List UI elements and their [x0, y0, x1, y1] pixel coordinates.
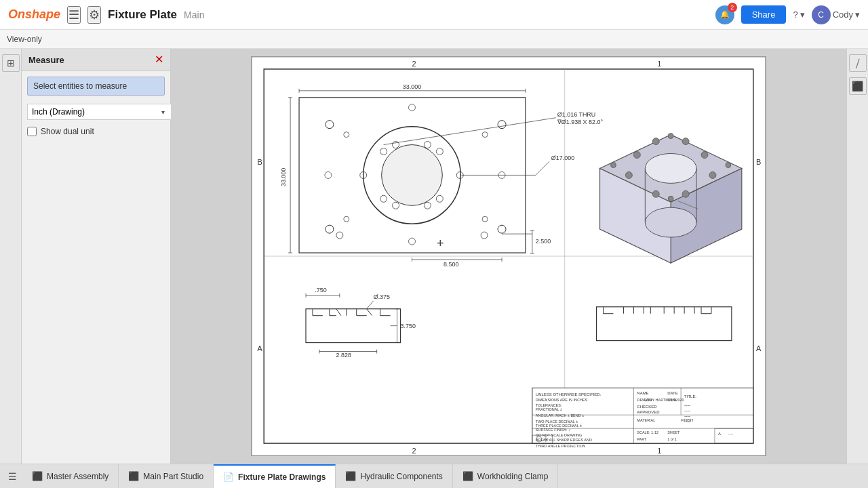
- tab-fixture-plate-drawings-icon: 📄: [223, 472, 234, 482]
- measure-panel: Measure ✕ Select entities to measure Inc…: [22, 49, 171, 464]
- svg-text:SURFACE FINISH: ✓: SURFACE FINISH: ✓: [536, 428, 571, 432]
- user-chevron: ▾: [855, 9, 860, 20]
- svg-text:1 of 1: 1 of 1: [667, 437, 677, 441]
- tab-master-assembly[interactable]: ⬛ Master Assembly: [22, 464, 119, 488]
- doc-title: Fixture Plate: [108, 8, 177, 22]
- svg-text:A: A: [718, 432, 721, 436]
- add-tab-button[interactable]: ☰: [3, 464, 22, 488]
- svg-text:UNLESS OTHERWISE SPECIFIED:: UNLESS OTHERWISE SPECIFIED:: [536, 392, 601, 396]
- svg-text:2: 2: [412, 447, 416, 455]
- svg-text:3.750: 3.750: [401, 323, 416, 329]
- svg-point-77: [682, 190, 689, 197]
- svg-text:THIRD ANGLE PROJECTION: THIRD ANGLE PROJECTION: [536, 444, 585, 448]
- svg-point-75: [682, 138, 689, 145]
- svg-point-80: [668, 134, 673, 139]
- tab-hydraulic-components-label: Hydraulic Components: [360, 472, 442, 481]
- viewonly-label: View-only: [7, 35, 42, 44]
- svg-point-74: [652, 138, 659, 145]
- svg-text:A: A: [258, 344, 263, 352]
- tab-workholding-clamp[interactable]: ⬛ Workholding Clamp: [453, 464, 559, 488]
- svg-text:2.828: 2.828: [336, 352, 351, 359]
- svg-text:2.500: 2.500: [536, 238, 551, 245]
- svg-text:FINISH: FINISH: [681, 418, 693, 422]
- svg-point-81: [668, 196, 673, 201]
- notification-button[interactable]: 🔔 2: [715, 5, 734, 24]
- add-tab-icon: ☰: [8, 471, 17, 482]
- svg-point-73: [709, 171, 716, 178]
- tab-master-assembly-label: Master Assembly: [47, 472, 108, 481]
- tab-workholding-clamp-icon: ⬛: [462, 471, 473, 481]
- svg-text:SCALE: 1:12: SCALE: 1:12: [637, 430, 658, 434]
- svg-text:----: ----: [684, 403, 691, 407]
- extra-icon: ⬛: [852, 81, 863, 92]
- svg-point-27: [382, 145, 443, 206]
- avatar: C: [812, 5, 831, 24]
- svg-text:PART: PART: [637, 437, 647, 441]
- extra-tool-button[interactable]: ⬛: [849, 77, 867, 95]
- panel-title: Measure: [28, 55, 64, 65]
- svg-text:----: ----: [728, 432, 733, 436]
- dual-unit-checkbox[interactable]: [27, 127, 37, 136]
- measure-tool-button[interactable]: ⧸: [849, 54, 867, 72]
- share-button[interactable]: Share: [741, 5, 787, 24]
- drawing-svg: 2 1 2 1 B A B A: [252, 57, 766, 455]
- drawing-area[interactable]: + 2 1 2 1 B A: [171, 49, 846, 464]
- user-name: Cody: [833, 9, 853, 20]
- help-icon: ?: [793, 9, 797, 20]
- svg-text:B: B: [258, 158, 262, 166]
- hamburger-button[interactable]: ☰: [67, 6, 81, 24]
- topbar: Onshape ☰ ⚙ Fixture Plate Main 🔔 2 Share…: [0, 0, 868, 30]
- tab-hydraulic-components-icon: ⬛: [345, 471, 356, 481]
- svg-point-67: [645, 207, 696, 237]
- tab-fixture-plate-drawings-label: Fixture Plate Drawings: [238, 472, 326, 482]
- help-chevron: ▾: [800, 9, 805, 20]
- svg-text:NAME: NAME: [637, 391, 648, 395]
- svg-text:TITLE:: TITLE:: [684, 394, 696, 399]
- tab-fixture-plate-drawings[interactable]: 📄 Fixture Plate Drawings: [214, 464, 336, 488]
- right-toolbar: ⧸ ⬛: [846, 49, 868, 464]
- svg-text:A: A: [756, 344, 762, 352]
- logo[interactable]: Onshape: [8, 7, 60, 22]
- measure-icon: ⧸: [856, 58, 860, 69]
- svg-text:MATERIAL: MATERIAL: [637, 418, 655, 422]
- tab-hydraulic-components[interactable]: ⬛ Hydraulic Components: [336, 464, 452, 488]
- svg-text:8.500: 8.500: [443, 261, 458, 268]
- svg-text:SHEET: SHEET: [667, 430, 680, 434]
- panel-header: Measure ✕: [22, 49, 170, 71]
- select-entities-box[interactable]: Select entities to measure: [27, 77, 165, 96]
- svg-text:1: 1: [657, 447, 661, 455]
- svg-text:DIMENSIONS ARE IN INCHES: DIMENSIONS ARE IN INCHES: [536, 398, 588, 402]
- svg-text:1: 1: [657, 60, 661, 68]
- svg-text:APPROVED: APPROVED: [637, 410, 660, 414]
- unit-select[interactable]: Inch (Drawing): [27, 104, 172, 120]
- panel-close-button[interactable]: ✕: [155, 54, 163, 65]
- svg-point-66: [645, 154, 696, 184]
- bottom-tabs: ☰ ⬛ Master Assembly ⬛ Main Part Studio 📄…: [0, 464, 868, 488]
- user-menu-button[interactable]: C Cody ▾: [812, 5, 860, 24]
- branch-name: Main: [184, 9, 204, 20]
- tab-workholding-clamp-label: Workholding Clamp: [477, 472, 549, 481]
- main-content: ⊞ Measure ✕ Select entities to measure I…: [0, 49, 868, 464]
- settings-button[interactable]: ⚙: [87, 6, 101, 24]
- svg-text:BREAK ALL SHARP EDGES AND: BREAK ALL SHARP EDGES AND: [536, 438, 592, 442]
- dual-unit-row: Show dual unit: [27, 127, 165, 136]
- layers-button[interactable]: ⊞: [2, 54, 20, 72]
- tab-main-part-studio-icon: ⬛: [128, 471, 139, 481]
- drawing-canvas: + 2 1 2 1 B A: [251, 56, 766, 456]
- svg-text:----: ----: [684, 408, 691, 413]
- viewonly-bar: View-only: [0, 30, 868, 49]
- svg-text:----: ----: [684, 413, 691, 418]
- svg-text:Ø1.016 THRU: Ø1.016 THRU: [557, 111, 596, 118]
- svg-text:ANGULAR: MACH ±     BEND ±: ANGULAR: MACH ± BEND ±: [536, 413, 584, 418]
- tab-main-part-studio-label: Main Part Studio: [143, 472, 203, 481]
- tab-main-part-studio[interactable]: ⬛ Main Part Studio: [119, 464, 214, 488]
- svg-text:Ø.375: Ø.375: [374, 293, 390, 300]
- svg-point-76: [652, 190, 659, 197]
- svg-text:B: B: [756, 158, 761, 166]
- help-button[interactable]: ? ▾: [793, 9, 804, 20]
- tab-master-assembly-icon: ⬛: [32, 471, 43, 481]
- svg-point-78: [610, 162, 616, 167]
- svg-text:2: 2: [412, 60, 416, 68]
- svg-text:3/15/2020: 3/15/2020: [667, 398, 684, 402]
- notification-badge: 2: [728, 3, 737, 12]
